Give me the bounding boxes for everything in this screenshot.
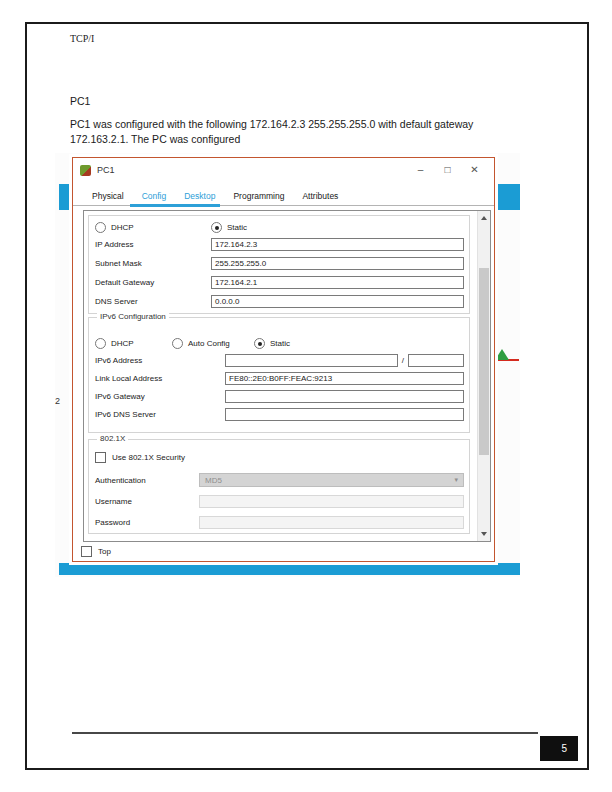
window-titlebar[interactable]: PC1 – □ ✕ <box>73 158 494 182</box>
dhcp-radio[interactable] <box>95 222 106 233</box>
subnet-mask-row: Subnet Mask 255.255.255.0 <box>95 257 464 270</box>
footer-rule <box>72 732 538 734</box>
body-line-2: 172.163.2.1. The PC was configured <box>70 132 473 147</box>
page-number-badge: 5 <box>540 736 578 761</box>
window-title: PC1 <box>97 165 115 175</box>
ip-address-input[interactable]: 172.164.2.3 <box>211 238 464 251</box>
page-number: 5 <box>561 743 567 754</box>
dot1x-section-label: 802.1X <box>97 434 128 443</box>
config-panel: DHCP Static IP Address 172.164.2.3 Subne… <box>83 210 491 542</box>
subnet-mask-input[interactable]: 255.255.255.0 <box>211 257 464 270</box>
use-dot1x-option[interactable]: Use 802.1X Security <box>95 452 185 463</box>
scroll-down-button[interactable] <box>478 527 490 541</box>
username-row: Username <box>95 495 464 508</box>
ip-mode-radio-row: DHCP Static <box>95 222 464 233</box>
ipv6-configuration-group: IPv6 Configuration DHCP Auto Config S <box>88 317 470 433</box>
radio-option-ipv6-static[interactable]: Static <box>254 338 290 349</box>
subnet-mask-label: Subnet Mask <box>95 259 211 268</box>
password-row: Password <box>95 516 464 529</box>
minimize-button[interactable]: – <box>407 160 434 180</box>
auto-config-radio[interactable] <box>172 338 183 349</box>
active-tab-underline <box>130 204 220 207</box>
background-topology-label: 2 <box>55 396 60 406</box>
vertical-scrollbar[interactable] <box>477 211 490 541</box>
embedded-screenshot: 2 PC1 – □ ✕ Physical Config Desktop Prog… <box>55 153 520 577</box>
ipv6-dns-row: IPv6 DNS Server <box>95 408 464 421</box>
username-label: Username <box>95 497 199 506</box>
window-controls: – □ ✕ <box>407 160 488 180</box>
authentication-row: Authentication MD5 ▾ <box>95 473 464 487</box>
section-heading: PC1 <box>70 95 90 107</box>
tab-attributes[interactable]: Attributes <box>293 191 347 205</box>
password-label: Password <box>95 518 199 527</box>
password-input[interactable] <box>199 516 464 529</box>
body-line-1: PC1 was configured with the following 17… <box>70 117 473 132</box>
radio-option-static[interactable]: Static <box>211 222 247 233</box>
dot1x-checkbox[interactable] <box>95 452 106 463</box>
dot1x-security-row: Use 802.1X Security <box>95 452 464 463</box>
username-input[interactable] <box>199 495 464 508</box>
close-button[interactable]: ✕ <box>461 160 488 180</box>
link-local-row: Link Local Address FE80::2E0:B0FF:FEAC:9… <box>95 372 464 385</box>
ipv6-prefix-input[interactable] <box>408 354 464 367</box>
ipv6-address-label: IPv6 Address <box>95 356 225 365</box>
dns-server-row: DNS Server 0.0.0.0 <box>95 295 464 308</box>
ipv6-section-label: IPv6 Configuration <box>97 312 169 321</box>
ipv6-address-input[interactable] <box>225 354 398 367</box>
document-page: TCP/I PC1 PC1 was configured with the fo… <box>0 0 612 792</box>
ip-configuration-group: DHCP Static IP Address 172.164.2.3 Subne… <box>88 215 470 314</box>
link-local-label: Link Local Address <box>95 374 225 383</box>
static-radio[interactable] <box>211 222 222 233</box>
arrow-up-icon <box>481 216 487 220</box>
top-checkbox-label: Top <box>98 547 111 556</box>
ip-address-label: IP Address <box>95 240 211 249</box>
dot1x-group: 802.1X Use 802.1X Security Authenticatio… <box>88 439 470 534</box>
ipv6-mode-radio-row: DHCP Auto Config Static <box>95 338 464 349</box>
ipv6-gateway-input[interactable] <box>225 390 464 403</box>
ipv6-gateway-row: IPv6 Gateway <box>95 390 464 403</box>
authentication-label: Authentication <box>95 476 199 485</box>
maximize-button[interactable]: □ <box>434 160 461 180</box>
body-paragraph: PC1 was configured with the following 17… <box>70 117 473 147</box>
dns-server-label: DNS Server <box>95 297 211 306</box>
dns-server-input[interactable]: 0.0.0.0 <box>211 295 464 308</box>
radio-option-dhcp[interactable]: DHCP <box>95 222 211 233</box>
ipv6-dhcp-radio[interactable] <box>95 338 106 349</box>
ipv6-dns-label: IPv6 DNS Server <box>95 410 225 419</box>
running-header: TCP/I <box>70 33 94 44</box>
packet-tracer-icon <box>80 165 91 176</box>
prefix-separator: / <box>398 356 408 365</box>
ip-address-row: IP Address 172.164.2.3 <box>95 238 464 251</box>
topology-arrow-icon <box>495 349 509 360</box>
tab-programming[interactable]: Programming <box>224 191 293 205</box>
chevron-down-icon: ▾ <box>454 476 458 484</box>
default-gateway-label: Default Gateway <box>95 278 211 287</box>
tab-desktop[interactable]: Desktop <box>175 191 224 205</box>
top-checkbox-row[interactable]: Top <box>81 546 111 557</box>
link-local-input[interactable]: FE80::2E0:B0FF:FEAC:9213 <box>225 372 464 385</box>
default-gateway-input[interactable]: 172.164.2.1 <box>211 276 464 289</box>
tab-bar: Physical Config Desktop Programming Attr… <box>73 186 494 206</box>
radio-option-ipv6-dhcp[interactable]: DHCP <box>95 338 172 349</box>
radio-option-auto-config[interactable]: Auto Config <box>172 338 254 349</box>
ipv6-address-row: IPv6 Address / <box>95 354 464 367</box>
scroll-up-button[interactable] <box>478 211 490 225</box>
ipv6-dns-input[interactable] <box>225 408 464 421</box>
authentication-dropdown[interactable]: MD5 ▾ <box>199 473 464 487</box>
workspace-bottom-strip <box>59 563 520 575</box>
ipv6-static-radio[interactable] <box>254 338 265 349</box>
scrollbar-thumb[interactable] <box>479 268 489 455</box>
tab-config[interactable]: Config <box>133 191 176 205</box>
top-checkbox[interactable] <box>81 546 92 557</box>
ipv6-gateway-label: IPv6 Gateway <box>95 392 225 401</box>
default-gateway-row: Default Gateway 172.164.2.1 <box>95 276 464 289</box>
pc1-config-window: PC1 – □ ✕ Physical Config Desktop Progra… <box>72 157 495 562</box>
tab-physical[interactable]: Physical <box>83 191 133 205</box>
arrow-down-icon <box>481 532 487 536</box>
